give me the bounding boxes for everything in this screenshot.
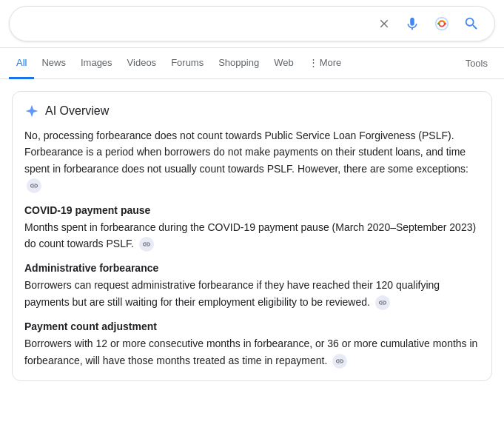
lens-search-button[interactable]: [431, 13, 453, 35]
search-icons: [374, 13, 483, 35]
ai-overview-title: AI Overview: [45, 104, 109, 118]
svg-point-0: [439, 21, 444, 26]
lens-icon: [434, 16, 450, 32]
svg-point-2: [444, 23, 446, 25]
section-admin-title: Administrative forbearance: [24, 262, 480, 274]
tab-all[interactable]: All: [9, 48, 34, 79]
more-dots-icon: ⋮: [309, 57, 318, 68]
nav-tabs: All News Images Videos Forums Shopping W…: [0, 48, 504, 79]
ai-intro-text: No, processing forbearance does not coun…: [24, 130, 468, 175]
tab-shopping[interactable]: Shopping: [211, 48, 266, 79]
search-input[interactable]: does processing forbearance count toward…: [21, 17, 369, 30]
intro-link-icon[interactable]: [27, 178, 41, 193]
chain-link-icon-3: [378, 298, 387, 307]
chain-link-icon-2: [142, 240, 151, 249]
svg-point-1: [437, 23, 440, 25]
tab-videos[interactable]: Videos: [120, 48, 164, 79]
ai-overview-body: No, processing forbearance does not coun…: [24, 127, 480, 194]
voice-search-button[interactable]: [401, 13, 423, 35]
search-input-area[interactable]: does processing forbearance count toward…: [9, 6, 495, 41]
chain-link-icon-4: [335, 357, 344, 366]
tab-forums[interactable]: Forums: [164, 48, 211, 79]
ai-overview-container: AI Overview No, processing forbearance d…: [12, 91, 492, 381]
search-icon: [463, 16, 480, 32]
close-icon: [377, 17, 391, 30]
admin-link-icon[interactable]: [375, 295, 390, 310]
tab-news[interactable]: News: [34, 48, 73, 79]
section-covid-body: Months spent in forbearance during the C…: [24, 219, 480, 252]
tab-images[interactable]: Images: [73, 48, 120, 79]
tab-more[interactable]: ⋮ More: [301, 48, 349, 79]
mic-icon: [404, 16, 420, 32]
covid-link-icon[interactable]: [139, 237, 154, 252]
main-content: AI Overview No, processing forbearance d…: [0, 79, 504, 393]
section-payment-title: Payment count adjustment: [24, 320, 480, 332]
tab-web[interactable]: Web: [266, 48, 301, 79]
ai-sparkle-icon: [24, 104, 39, 118]
section-payment-body: Borrowers with 12 or more consecutive mo…: [24, 335, 480, 369]
clear-search-button[interactable]: [374, 14, 394, 33]
search-bar: does processing forbearance count toward…: [0, 0, 504, 48]
payment-link-icon[interactable]: [332, 354, 347, 369]
tab-tools[interactable]: Tools: [458, 49, 495, 78]
chain-link-icon: [30, 181, 38, 190]
section-admin-body: Borrowers can request administrative for…: [24, 277, 480, 310]
section-covid-title: COVID-19 payment pause: [24, 204, 480, 216]
ai-overview-header: AI Overview: [24, 104, 480, 118]
search-submit-button[interactable]: [460, 13, 483, 35]
